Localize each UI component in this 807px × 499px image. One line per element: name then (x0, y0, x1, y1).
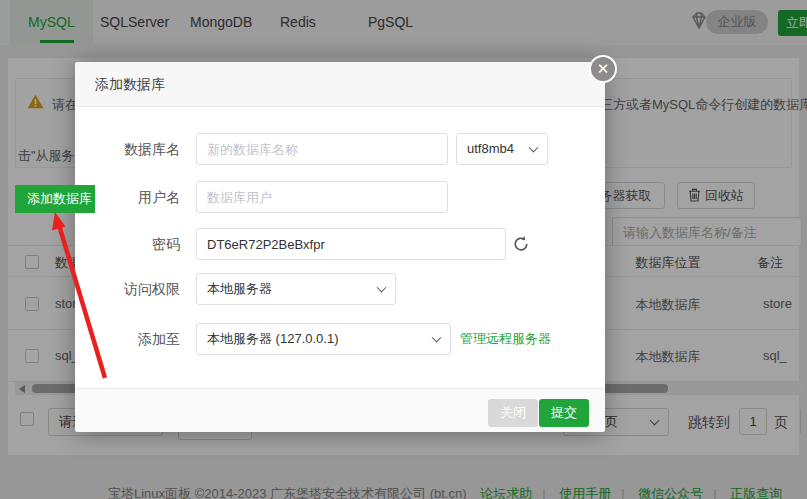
chevron-down-icon (432, 333, 442, 343)
close-icon[interactable]: ✕ (589, 55, 617, 83)
db-name-label: 数据库名 (75, 133, 180, 165)
password-input[interactable] (196, 228, 506, 260)
db-name-input[interactable] (196, 133, 448, 165)
password-label: 密码 (75, 228, 180, 260)
add-database-button[interactable]: 添加数据库 (15, 185, 95, 213)
permission-select[interactable]: 本地服务器 (196, 273, 396, 305)
permission-value: 本地服务器 (207, 281, 272, 296)
target-label: 添加至 (75, 323, 180, 355)
submit-button[interactable]: 提交 (539, 399, 589, 427)
manage-remote-server-link[interactable]: 管理远程服务器 (460, 323, 551, 355)
modal-title: 添加数据库 (75, 62, 605, 107)
target-server-value: 本地服务器 (127.0.0.1) (207, 331, 339, 346)
target-server-select[interactable]: 本地服务器 (127.0.0.1) (196, 323, 451, 355)
charset-value: utf8mb4 (467, 141, 514, 156)
add-database-modal: 添加数据库 ✕ 数据库名 utf8mb4 用户名 密码 访问权限 本地服务器 添… (75, 62, 605, 432)
refresh-icon[interactable] (512, 235, 530, 253)
username-input[interactable] (196, 181, 448, 213)
charset-select[interactable]: utf8mb4 (456, 133, 548, 165)
modal-footer: 关闭 提交 (75, 388, 605, 432)
close-button[interactable]: 关闭 (488, 399, 538, 427)
chevron-down-icon (529, 143, 539, 153)
chevron-down-icon (377, 283, 387, 293)
permission-label: 访问权限 (75, 273, 180, 305)
